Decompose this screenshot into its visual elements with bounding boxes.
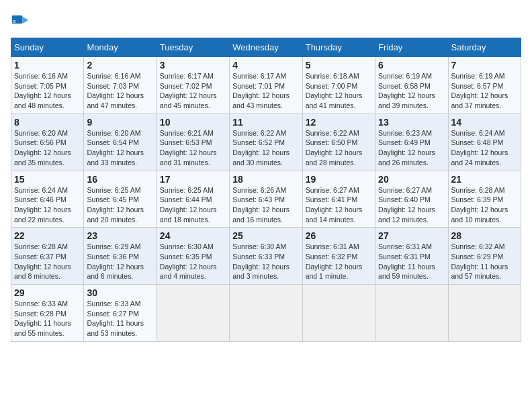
day-info: Sunrise: 6:28 AM Sunset: 6:37 PM Dayligh… [14, 242, 81, 281]
day-number: 20 [378, 174, 445, 185]
sunrise-label: Sunrise: 6:28 AM [14, 242, 68, 250]
sunset-label: Sunset: 6:43 PM [232, 195, 285, 203]
day-header-tuesday: Tuesday [157, 38, 229, 57]
sunrise-label: Sunrise: 6:29 AM [87, 242, 140, 250]
calendar-day: 16 Sunrise: 6:25 AM Sunset: 6:45 PM Dayl… [84, 171, 157, 228]
day-number: 29 [14, 287, 81, 298]
sunset-label: Sunset: 6:32 PM [306, 253, 358, 261]
calendar-day: 9 Sunrise: 6:20 AM Sunset: 6:54 PM Dayli… [84, 113, 157, 171]
day-info: Sunrise: 6:25 AM Sunset: 6:45 PM Dayligh… [87, 185, 153, 225]
day-number: 16 [87, 174, 153, 185]
sunset-label: Sunset: 7:05 PM [14, 82, 66, 90]
calendar-day: 1 Sunrise: 6:16 AM Sunset: 7:05 PM Dayli… [11, 57, 84, 114]
day-header-thursday: Thursday [302, 38, 375, 57]
calendar-day: 11 Sunrise: 6:22 AM Sunset: 6:52 PM Dayl… [230, 113, 302, 171]
calendar-day: 26 Sunrise: 6:31 AM Sunset: 6:32 PM Dayl… [302, 228, 375, 285]
calendar-day: 12 Sunrise: 6:22 AM Sunset: 6:50 PM Dayl… [302, 113, 375, 171]
calendar-day: 6 Sunrise: 6:19 AM Sunset: 6:58 PM Dayli… [375, 57, 448, 114]
day-info: Sunrise: 6:24 AM Sunset: 6:46 PM Dayligh… [14, 185, 81, 225]
sunrise-label: Sunrise: 6:17 AM [160, 72, 214, 80]
sunset-label: Sunset: 6:53 PM [160, 138, 212, 146]
daylight-label: Daylight: 12 hours and 20 minutes. [87, 205, 144, 224]
day-number: 21 [451, 174, 518, 185]
calendar-day: 27 Sunrise: 6:31 AM Sunset: 6:31 PM Dayl… [375, 228, 448, 285]
calendar-table: SundayMondayTuesdayWednesdayThursdayFrid… [11, 38, 521, 342]
calendar-day: 8 Sunrise: 6:20 AM Sunset: 6:56 PM Dayli… [11, 113, 84, 171]
calendar-day [230, 285, 302, 342]
sunrise-label: Sunrise: 6:17 AM [232, 72, 286, 80]
sunset-label: Sunset: 6:35 PM [160, 253, 212, 261]
sunset-label: Sunset: 7:03 PM [87, 82, 139, 90]
day-info: Sunrise: 6:17 AM Sunset: 7:02 PM Dayligh… [160, 71, 226, 111]
day-number: 14 [451, 117, 518, 128]
day-header-monday: Monday [84, 38, 157, 57]
day-number: 28 [451, 230, 518, 241]
day-number: 8 [14, 117, 81, 128]
sunset-label: Sunset: 6:27 PM [87, 310, 139, 318]
day-number: 13 [378, 117, 445, 128]
calendar-day: 18 Sunrise: 6:26 AM Sunset: 6:43 PM Dayl… [230, 171, 302, 228]
sunrise-label: Sunrise: 6:24 AM [14, 186, 68, 194]
day-number: 25 [232, 230, 299, 241]
sunset-label: Sunset: 6:37 PM [14, 253, 66, 261]
daylight-label: Daylight: 11 hours and 53 minutes. [87, 319, 144, 337]
day-info: Sunrise: 6:33 AM Sunset: 6:28 PM Dayligh… [14, 299, 81, 338]
daylight-label: Daylight: 12 hours and 33 minutes. [87, 148, 144, 167]
day-info: Sunrise: 6:21 AM Sunset: 6:53 PM Dayligh… [160, 128, 226, 168]
daylight-label: Daylight: 12 hours and 6 minutes. [87, 263, 144, 281]
calendar-day: 5 Sunrise: 6:18 AM Sunset: 7:00 PM Dayli… [302, 57, 375, 114]
daylight-label: Daylight: 12 hours and 10 minutes. [451, 205, 508, 224]
day-info: Sunrise: 6:25 AM Sunset: 6:44 PM Dayligh… [160, 185, 226, 225]
sunrise-label: Sunrise: 6:27 AM [378, 186, 432, 194]
day-info: Sunrise: 6:29 AM Sunset: 6:36 PM Dayligh… [87, 242, 153, 281]
day-number: 6 [378, 60, 445, 71]
day-info: Sunrise: 6:23 AM Sunset: 6:49 PM Dayligh… [378, 128, 445, 168]
sunset-label: Sunset: 6:28 PM [14, 310, 66, 318]
calendar-body: 1 Sunrise: 6:16 AM Sunset: 7:05 PM Dayli… [11, 57, 521, 342]
sunrise-label: Sunrise: 6:18 AM [306, 72, 359, 80]
day-header-friday: Friday [375, 38, 448, 57]
sunset-label: Sunset: 6:54 PM [87, 138, 139, 146]
day-number: 5 [306, 60, 372, 71]
day-header-sunday: Sunday [11, 38, 84, 57]
calendar-day: 4 Sunrise: 6:17 AM Sunset: 7:01 PM Dayli… [230, 57, 302, 114]
day-number: 23 [87, 230, 153, 241]
sunrise-label: Sunrise: 6:26 AM [232, 186, 286, 194]
day-number: 11 [232, 117, 299, 128]
calendar-day: 24 Sunrise: 6:30 AM Sunset: 6:35 PM Dayl… [157, 228, 229, 285]
calendar-day: 13 Sunrise: 6:23 AM Sunset: 6:49 PM Dayl… [375, 113, 448, 171]
daylight-label: Daylight: 11 hours and 59 minutes. [378, 263, 435, 281]
day-info: Sunrise: 6:33 AM Sunset: 6:27 PM Dayligh… [87, 299, 153, 338]
logo: G [11, 11, 32, 30]
sunrise-label: Sunrise: 6:30 AM [160, 242, 214, 250]
day-number: 22 [14, 230, 81, 241]
sunset-label: Sunset: 7:02 PM [160, 82, 212, 90]
daylight-label: Daylight: 12 hours and 31 minutes. [160, 148, 217, 167]
day-info: Sunrise: 6:22 AM Sunset: 6:52 PM Dayligh… [232, 128, 299, 168]
daylight-label: Daylight: 12 hours and 1 minute. [306, 263, 363, 281]
calendar-day: 15 Sunrise: 6:24 AM Sunset: 6:46 PM Dayl… [11, 171, 84, 228]
day-info: Sunrise: 6:19 AM Sunset: 6:58 PM Dayligh… [378, 71, 445, 111]
calendar-week-3: 15 Sunrise: 6:24 AM Sunset: 6:46 PM Dayl… [11, 171, 521, 228]
day-number: 24 [160, 230, 226, 241]
calendar-day: 14 Sunrise: 6:24 AM Sunset: 6:48 PM Dayl… [448, 113, 521, 171]
calendar-day: 22 Sunrise: 6:28 AM Sunset: 6:37 PM Dayl… [11, 228, 84, 285]
sunrise-label: Sunrise: 6:22 AM [306, 129, 359, 137]
daylight-label: Daylight: 12 hours and 8 minutes. [14, 263, 71, 281]
calendar-day: 17 Sunrise: 6:25 AM Sunset: 6:44 PM Dayl… [157, 171, 229, 228]
sunset-label: Sunset: 6:45 PM [87, 195, 139, 203]
sunrise-label: Sunrise: 6:25 AM [87, 186, 140, 194]
daylight-label: Daylight: 12 hours and 43 minutes. [232, 91, 290, 109]
calendar-day: 20 Sunrise: 6:27 AM Sunset: 6:40 PM Dayl… [375, 171, 448, 228]
daylight-label: Daylight: 12 hours and 37 minutes. [451, 91, 508, 109]
sunset-label: Sunset: 7:01 PM [232, 82, 285, 90]
day-info: Sunrise: 6:27 AM Sunset: 6:41 PM Dayligh… [306, 185, 372, 225]
calendar-day: 28 Sunrise: 6:32 AM Sunset: 6:29 PM Dayl… [448, 228, 521, 285]
sunset-label: Sunset: 6:39 PM [451, 195, 504, 203]
calendar-day [302, 285, 375, 342]
sunrise-label: Sunrise: 6:24 AM [451, 129, 505, 137]
day-number: 12 [306, 117, 372, 128]
calendar-header-row: SundayMondayTuesdayWednesdayThursdayFrid… [11, 38, 521, 57]
daylight-label: Daylight: 12 hours and 24 minutes. [451, 148, 508, 167]
day-number: 17 [160, 174, 226, 185]
